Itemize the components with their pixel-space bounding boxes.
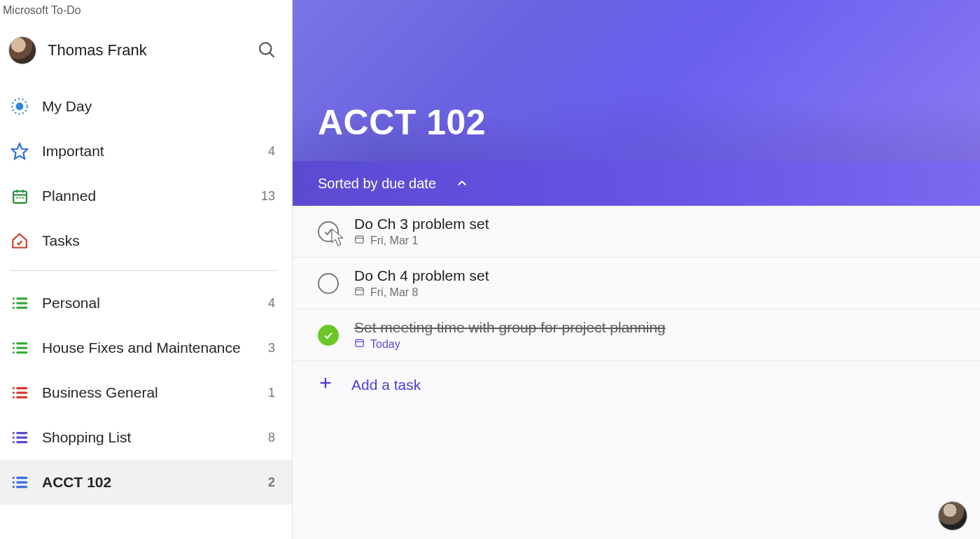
calendar-icon xyxy=(10,186,29,206)
sidebar-item-label: House Fixes and Maintenance xyxy=(42,340,248,356)
add-task-label: Add a task xyxy=(351,377,421,393)
divider xyxy=(10,270,278,271)
sun-icon xyxy=(10,97,29,116)
sidebar-item-label: Personal xyxy=(42,295,248,312)
sidebar-item-planned[interactable]: Planned13 xyxy=(0,174,292,218)
svg-line-1 xyxy=(270,52,274,57)
task-row[interactable]: Set meeting time with group for project … xyxy=(293,309,980,361)
task-due: Fri, Mar 8 xyxy=(354,286,955,299)
search-icon[interactable] xyxy=(257,40,278,61)
smart-lists: My DayImportant4Planned13Tasks xyxy=(0,80,292,263)
svg-marker-4 xyxy=(12,144,27,159)
svg-rect-44 xyxy=(356,288,363,295)
sidebar-item-label: My Day xyxy=(42,98,248,115)
sidebar-item-count: 2 xyxy=(261,475,275,490)
list-icon xyxy=(10,338,29,358)
task-body: Set meeting time with group for project … xyxy=(354,319,955,351)
task-due: Fri, Mar 1 xyxy=(354,234,955,247)
app-title: Microsoft To-Do xyxy=(0,0,292,21)
list-icon xyxy=(10,428,29,447)
sidebar-item-label: Important xyxy=(42,143,248,160)
sidebar-item-important[interactable]: Important4 xyxy=(0,129,292,174)
task-row[interactable]: Do Ch 3 problem setFri, Mar 1 xyxy=(293,206,980,258)
list-hero: ACCT 102 xyxy=(293,0,980,161)
task-list: Do Ch 3 problem setFri, Mar 1Do Ch 4 pro… xyxy=(293,206,980,539)
list-icon xyxy=(10,472,29,492)
sidebar-item-label: Shopping List xyxy=(42,429,248,446)
sidebar-item-count: 1 xyxy=(261,386,275,400)
plus-icon xyxy=(318,375,333,394)
sidebar-item-label: ACCT 102 xyxy=(42,474,248,491)
sidebar-item-count: 13 xyxy=(261,189,275,204)
list-title: ACCT 102 xyxy=(318,102,486,161)
corner-avatar[interactable] xyxy=(938,501,967,531)
sidebar-item-shopping[interactable]: Shopping List8 xyxy=(0,415,292,460)
add-task-button[interactable]: Add a task xyxy=(293,361,980,408)
task-due-text: Fri, Mar 8 xyxy=(370,286,418,299)
sort-bar[interactable]: Sorted by due date xyxy=(293,161,980,206)
task-checkbox[interactable] xyxy=(318,221,339,242)
sidebar-item-label: Tasks xyxy=(42,232,248,249)
sidebar-item-business[interactable]: Business General1 xyxy=(0,370,292,415)
sidebar-item-myday[interactable]: My Day xyxy=(0,84,292,129)
svg-rect-42 xyxy=(356,236,363,243)
list-icon xyxy=(10,293,29,313)
chevron-up-icon[interactable] xyxy=(456,177,468,190)
list-icon xyxy=(10,383,29,402)
sidebar: Microsoft To-Do Thomas Frank My DayImpor… xyxy=(0,0,293,539)
task-title: Do Ch 4 problem set xyxy=(354,267,955,284)
task-title: Do Ch 3 problem set xyxy=(354,216,955,232)
task-due-text: Fri, Mar 1 xyxy=(370,234,418,247)
home-icon xyxy=(10,231,29,251)
svg-point-0 xyxy=(260,43,271,54)
sort-label: Sorted by due date xyxy=(318,176,436,192)
sidebar-item-label: Business General xyxy=(42,384,248,401)
task-body: Do Ch 3 problem setFri, Mar 1 xyxy=(354,216,955,247)
star-icon xyxy=(10,141,29,161)
calendar-small-icon xyxy=(354,286,365,299)
task-checkbox[interactable] xyxy=(318,273,339,294)
sidebar-item-acct102[interactable]: ACCT 1022 xyxy=(0,460,292,505)
sidebar-item-count: 8 xyxy=(261,430,275,445)
sidebar-item-house[interactable]: House Fixes and Maintenance3 xyxy=(0,326,292,370)
svg-rect-46 xyxy=(356,340,363,346)
sidebar-item-count: 4 xyxy=(261,296,275,311)
task-title: Set meeting time with group for project … xyxy=(354,319,955,336)
user-name: Thomas Frank xyxy=(48,41,246,59)
sidebar-item-label: Planned xyxy=(42,188,248,204)
user-avatar[interactable] xyxy=(8,36,36,64)
task-checkbox[interactable] xyxy=(318,325,339,346)
sidebar-item-count: 3 xyxy=(261,341,275,356)
main: ACCT 102 Sorted by due date Do Ch 3 prob… xyxy=(293,0,980,539)
task-due: Today xyxy=(354,337,955,351)
task-due-text: Today xyxy=(370,338,400,351)
calendar-small-icon xyxy=(354,337,365,351)
svg-point-2 xyxy=(17,104,23,110)
calendar-small-icon xyxy=(354,234,365,247)
task-row[interactable]: Do Ch 4 problem setFri, Mar 8 xyxy=(293,258,980,309)
task-body: Do Ch 4 problem setFri, Mar 8 xyxy=(354,267,955,299)
sidebar-item-personal[interactable]: Personal4 xyxy=(0,281,292,326)
sidebar-item-count: 4 xyxy=(261,144,275,159)
sidebar-item-tasks[interactable]: Tasks xyxy=(0,218,292,263)
user-row[interactable]: Thomas Frank xyxy=(0,21,292,80)
custom-lists: Personal4House Fixes and Maintenance3Bus… xyxy=(0,276,292,505)
